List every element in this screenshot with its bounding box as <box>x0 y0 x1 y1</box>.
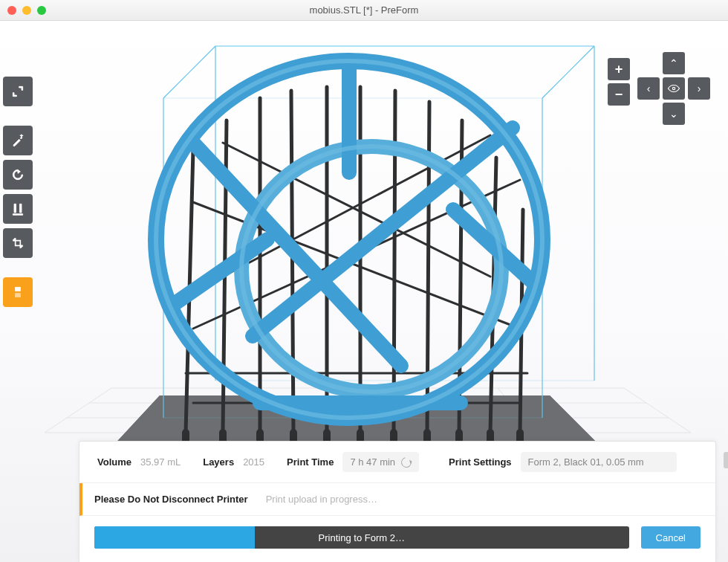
sidebar-handle[interactable] <box>724 452 728 468</box>
volume-value: 35.97 mL <box>140 456 181 468</box>
window-controls <box>7 6 46 15</box>
svg-line-45 <box>171 239 267 306</box>
print-time-label: Print Time <box>287 456 334 468</box>
scale-tool[interactable] <box>3 77 33 106</box>
printer-tool[interactable] <box>3 277 33 307</box>
print-stats-row: Volume 35.97 mL Layers 2015 Print Time 7… <box>79 442 715 483</box>
orbit-left-button[interactable]: ‹ <box>637 77 660 100</box>
workspace: + − ⌃ ⌄ ‹ › Volume 35.97 mL Layers 2015 … <box>0 21 728 562</box>
supports-tool[interactable] <box>3 194 33 224</box>
orbit-down-button[interactable]: ⌄ <box>663 103 685 125</box>
info-panel: Volume 35.97 mL Layers 2015 Print Time 7… <box>79 441 716 562</box>
status-message-row: Please Do Not Disconnect Printer Print u… <box>79 483 715 516</box>
svg-line-4 <box>45 388 111 433</box>
upload-progress-fill <box>94 526 255 549</box>
volume-label: Volume <box>97 456 131 468</box>
maximize-window-icon[interactable] <box>37 6 46 15</box>
layers-label: Layers <box>203 456 234 468</box>
left-toolbar <box>0 77 33 307</box>
orbit-home-button[interactable] <box>663 77 685 100</box>
titlebar: mobius.STL [*] - PreForm <box>0 0 728 21</box>
close-window-icon[interactable] <box>7 6 16 15</box>
upload-progress-label: Printing to Form 2… <box>319 532 405 543</box>
svg-rect-50 <box>16 287 21 291</box>
orbit-up-button[interactable]: ⌃ <box>663 52 685 74</box>
zoom-in-button[interactable]: + <box>608 58 630 80</box>
print-time-pill[interactable]: 7 h 47 min <box>342 452 419 472</box>
orientation-tool[interactable] <box>3 160 33 190</box>
refresh-icon <box>400 455 414 469</box>
window-title: mobius.STL [*] - PreForm <box>0 4 728 16</box>
svg-line-15 <box>291 91 293 433</box>
print-settings-label: Print Settings <box>449 456 512 468</box>
orbit-right-button[interactable]: › <box>688 77 710 100</box>
progress-row: Printing to Form 2… Cancel <box>79 516 715 562</box>
svg-point-52 <box>672 87 675 89</box>
minimize-window-icon[interactable] <box>22 6 31 15</box>
zoom-out-button[interactable]: − <box>608 83 630 106</box>
eye-icon <box>667 82 680 95</box>
svg-line-8 <box>624 388 691 433</box>
orbit-controls: ⌃ ⌄ ‹ › <box>633 48 715 129</box>
upload-progress-bar: Printing to Form 2… <box>94 526 629 549</box>
svg-rect-51 <box>16 294 21 297</box>
status-message-title: Please Do Not Disconnect Printer <box>94 494 248 505</box>
print-settings-value: Form 2, Black 01, 0.05 mm <box>528 456 644 468</box>
cancel-button[interactable]: Cancel <box>641 526 701 549</box>
layout-tool[interactable] <box>3 228 33 258</box>
layers-value: 2015 <box>243 456 264 468</box>
print-settings-pill[interactable]: Form 2, Black 01, 0.05 mm <box>521 452 677 472</box>
status-message-sub: Print upload in progress… <box>266 494 377 505</box>
zoom-controls: + − <box>608 58 630 109</box>
print-time-value: 7 h 47 min <box>350 456 395 468</box>
one-click-tool[interactable] <box>3 126 33 155</box>
